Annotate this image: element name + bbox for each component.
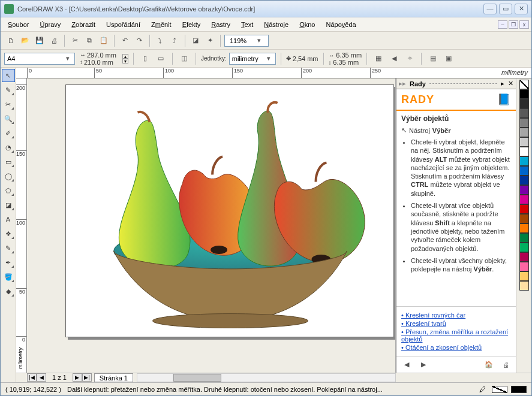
units-combo[interactable]: milimetry▾ — [229, 53, 276, 65]
undo-icon[interactable]: ↶ — [118, 34, 131, 47]
hint-link[interactable]: • Kreslení tvarů — [401, 320, 511, 327]
swatch[interactable] — [519, 281, 529, 291]
swatch[interactable] — [519, 166, 529, 176]
horizontal-scrollbar[interactable] — [137, 373, 396, 382]
book-icon[interactable]: 📘 — [497, 93, 511, 106]
cut-icon[interactable]: ✂ — [68, 34, 82, 47]
duplicate-y[interactable]: 6.35 mm — [333, 59, 359, 66]
guideline-edit-icon[interactable]: ◀ — [387, 52, 401, 65]
save-icon[interactable]: 💾 — [33, 34, 46, 47]
close-button[interactable]: ✕ — [515, 4, 528, 14]
spinner-up[interactable]: ▴ — [122, 54, 128, 59]
mdi-restore[interactable]: ❐ — [509, 20, 518, 29]
menu-upravy[interactable]: Úpravy — [35, 19, 65, 30]
hints-home-icon[interactable]: 🏠 — [482, 358, 495, 371]
swatch[interactable] — [519, 89, 529, 99]
polygon-tool[interactable]: ⬠ — [2, 184, 15, 197]
menu-text[interactable]: Text — [236, 19, 258, 30]
hints-print-icon[interactable]: 🖨 — [499, 358, 512, 371]
panel-close-icon[interactable]: ✕ — [508, 80, 513, 87]
last-page-button[interactable]: ▶| — [82, 373, 92, 382]
rectangle-tool[interactable]: ▭ — [2, 155, 15, 168]
zoom-tool[interactable]: 🔍 — [2, 112, 15, 125]
text-tool[interactable]: A — [2, 213, 15, 226]
ellipse-tool[interactable]: ◯ — [2, 170, 15, 183]
welcome-icon[interactable]: ✦ — [203, 34, 217, 47]
pages-same-icon[interactable]: ◫ — [178, 52, 191, 65]
treat-as-filled-icon[interactable]: ▤ — [426, 52, 440, 65]
duplicate-x[interactable]: 6.35 mm — [336, 52, 362, 59]
print-icon[interactable]: 🖨 — [47, 34, 61, 47]
menu-okno[interactable]: Okno — [294, 19, 320, 30]
smart-fill-tool[interactable]: ◔ — [2, 141, 15, 154]
export-icon[interactable]: ⤴ — [168, 34, 181, 47]
first-page-button[interactable]: |◀ — [27, 373, 37, 382]
swatch[interactable] — [519, 233, 529, 243]
menu-efekty[interactable]: Efekty — [178, 19, 206, 30]
minimize-button[interactable]: — — [483, 4, 497, 14]
crop-tool[interactable]: ✂ — [2, 98, 15, 111]
landscape-icon[interactable]: ▭ — [154, 52, 167, 65]
swatch[interactable] — [519, 223, 529, 233]
hint-link[interactable]: • Přesun, změna měřítka a roztažení obje… — [401, 328, 511, 343]
swatch[interactable] — [519, 99, 529, 108]
freehand-tool[interactable]: ✐ — [2, 126, 15, 140]
swatch[interactable] — [519, 128, 529, 137]
panel-header[interactable]: ▸▸ Rady ▸ ✕ — [396, 78, 516, 89]
swatch[interactable] — [519, 156, 529, 166]
paper-size-combo[interactable]: A4 ▾ — [4, 53, 75, 65]
prev-page-button[interactable]: ◀ — [37, 373, 46, 382]
hint-link[interactable]: • Kreslení rovných čar — [401, 312, 511, 319]
pick-tool[interactable]: ↖ — [2, 69, 15, 82]
portrait-icon[interactable]: ▯ — [139, 52, 152, 65]
panel-menu-icon[interactable]: ▸ — [501, 80, 504, 87]
page-width[interactable]: 297.0 mm — [87, 52, 116, 59]
swatch[interactable] — [519, 176, 529, 185]
hint-link[interactable]: • Otáčení a zkosení objektů — [401, 344, 511, 351]
shape-tool[interactable]: ✎ — [2, 83, 15, 96]
page-tab[interactable]: Stránka 1 — [94, 373, 133, 382]
snap-icon[interactable]: ▦ — [372, 52, 385, 65]
swatch[interactable] — [519, 185, 529, 195]
spinner-down[interactable]: ▾ — [122, 59, 128, 64]
redo-icon[interactable]: ↷ — [133, 34, 146, 47]
hints-fwd-icon[interactable]: ▶ — [417, 358, 430, 371]
eyedropper-tool[interactable]: ✎ — [2, 241, 15, 255]
swatch[interactable] — [519, 243, 529, 252]
outline-tool[interactable]: ✒ — [2, 256, 15, 269]
drawing-canvas[interactable] — [27, 78, 396, 373]
interactive-fill-tool[interactable]: ◆ — [2, 285, 15, 298]
swatch[interactable] — [519, 262, 529, 271]
mdi-minimize[interactable]: – — [498, 20, 507, 29]
swatch[interactable] — [519, 118, 529, 128]
copy-icon[interactable]: ⧉ — [83, 34, 96, 47]
next-page-button[interactable]: ▶ — [73, 373, 82, 382]
status-fill[interactable] — [492, 386, 507, 393]
swatch[interactable] — [519, 214, 529, 223]
swatch[interactable] — [519, 147, 529, 156]
dynamic-guides-icon[interactable]: ✧ — [403, 52, 416, 65]
basic-shapes-tool[interactable]: ◪ — [2, 198, 15, 211]
nudge-value[interactable]: 2,54 mm — [293, 55, 318, 62]
menu-zmenit[interactable]: Změnit — [146, 19, 176, 30]
menu-zobrazit[interactable]: Zobrazit — [67, 19, 100, 30]
menu-nastroje[interactable]: Nástroje — [259, 19, 293, 30]
swatch[interactable] — [519, 252, 529, 262]
swatch[interactable] — [519, 204, 529, 214]
zoom-combo[interactable]: 119% ▾ — [224, 35, 269, 47]
paste-icon[interactable]: 📋 — [97, 34, 110, 47]
swatch[interactable] — [519, 271, 529, 281]
menu-soubor[interactable]: Soubor — [3, 19, 34, 30]
interactive-blend-tool[interactable]: ❖ — [2, 227, 15, 240]
mdi-close[interactable]: x — [519, 20, 529, 29]
swatch[interactable] — [519, 137, 529, 147]
import-icon[interactable]: ⤵ — [154, 34, 167, 47]
maximize-button[interactable]: ▭ — [499, 4, 512, 14]
app-launcher-icon[interactable]: ◪ — [189, 34, 202, 47]
page-height[interactable]: 210.0 mm — [84, 59, 113, 66]
hints-back-icon[interactable]: ◀ — [400, 358, 413, 371]
swatch[interactable] — [519, 108, 529, 118]
fill-tool[interactable]: 🪣 — [2, 270, 15, 283]
open-icon[interactable]: 📂 — [19, 34, 32, 47]
swatch[interactable] — [519, 195, 529, 204]
